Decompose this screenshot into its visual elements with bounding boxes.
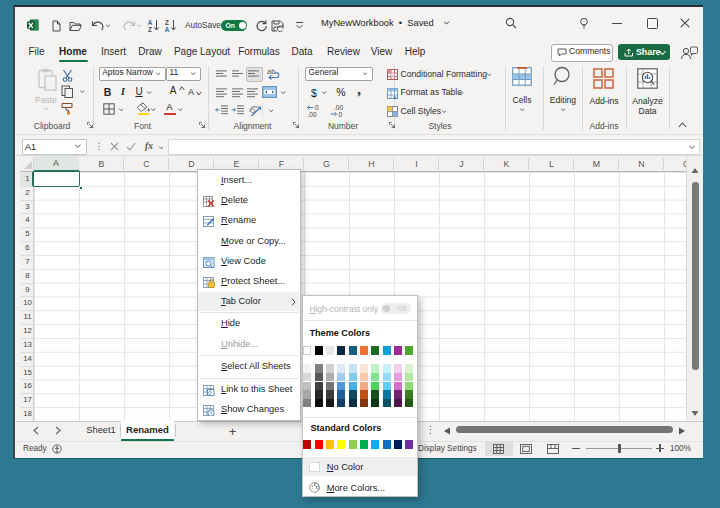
svg-text:Z: Z [148,26,152,32]
svg-text:Z: Z [165,19,169,26]
svg-text:A: A [165,26,170,32]
svg-text:.00: .00 [308,110,317,117]
svg-text:0: 0 [339,110,343,117]
svg-text:ab: ab [267,67,275,76]
svg-text:A: A [148,19,153,26]
